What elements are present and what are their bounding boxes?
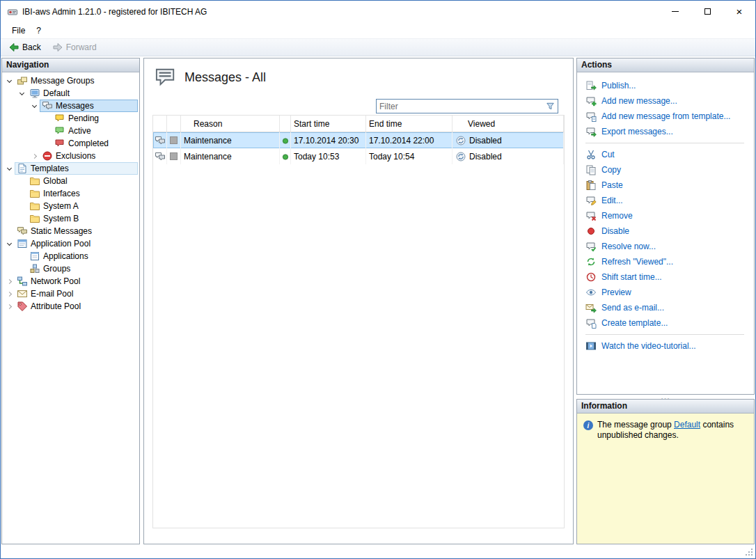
action-add-new-message[interactable]: Add new message... (585, 93, 750, 109)
column-header-col-0 (153, 116, 167, 132)
tree-item-e-mail-pool[interactable]: E-mail Pool (2, 288, 139, 300)
expand-chevron-icon[interactable] (29, 150, 40, 162)
tree-item-applications[interactable]: Applications (2, 250, 139, 262)
maximize-icon (704, 8, 711, 15)
action-add-new-message-from-template[interactable]: Add new message from template... (585, 109, 750, 124)
collapse-chevron-icon[interactable] (29, 100, 40, 111)
back-arrow-icon (8, 42, 19, 53)
collapse-chevron-icon[interactable] (3, 163, 15, 174)
cell-reason: Maintenance (181, 148, 280, 164)
column-header-start-time[interactable]: Start time (291, 116, 366, 132)
close-icon: × (737, 6, 743, 17)
tree-item-groups[interactable]: Groups (2, 262, 139, 275)
publish-icon (585, 80, 597, 91)
forward-button[interactable]: Forward (47, 40, 102, 54)
copy-icon (585, 164, 597, 175)
viewed-disabled-icon (455, 151, 466, 162)
tree-item-static-messages[interactable]: Static Messages (2, 225, 139, 237)
collapse-chevron-icon[interactable] (16, 88, 27, 99)
pending-icon (54, 113, 65, 124)
create-template-icon (585, 317, 597, 329)
action-remove[interactable]: Remove (585, 208, 750, 223)
add-message-icon (585, 95, 597, 107)
message-row[interactable]: Maintenance17.10.2014 20:3017.10.2014 22… (153, 132, 564, 148)
workspace: Navigation Message GroupsDefaultMessages… (1, 56, 755, 558)
tree-item-default[interactable]: Default (2, 87, 139, 100)
filter-funnel-icon[interactable] (545, 101, 558, 111)
action-resolve-now[interactable]: Resolve now... (585, 239, 750, 254)
message-groups-icon (17, 75, 28, 86)
menu-file[interactable]: File (6, 24, 31, 38)
action-preview[interactable]: Preview (585, 285, 750, 300)
action-shift-start-time[interactable]: Shift start time... (585, 269, 750, 285)
tree-item-completed[interactable]: Completed (2, 137, 139, 150)
message-row[interactable]: MaintenanceToday 10:53Today 10:54Disable… (153, 148, 564, 164)
tree-item-templates[interactable]: Templates (2, 162, 139, 175)
close-button[interactable]: × (723, 1, 755, 22)
tree-item-message-groups[interactable]: Message Groups (2, 74, 139, 87)
tree-item-global[interactable]: Global (2, 175, 139, 187)
information-panel-header: Information (577, 400, 754, 414)
minimize-button[interactable] (659, 1, 691, 22)
folder-icon (29, 175, 40, 187)
action-refresh-viewed[interactable]: Refresh "Viewed"... (585, 254, 750, 269)
navigation-panel-header: Navigation (2, 58, 139, 72)
action-paste[interactable]: Paste (585, 178, 750, 193)
tree-item-system-a[interactable]: System A (2, 200, 139, 212)
cell-viewed: Disabled (452, 148, 564, 164)
action-watch-the-video-tutorial[interactable]: Watch the video-tutorial... (585, 338, 750, 354)
filter-input[interactable] (377, 100, 545, 113)
collapse-chevron-icon[interactable] (3, 75, 15, 86)
refresh-viewed-icon (585, 256, 597, 267)
information-text: The message group Default contains unpub… (597, 420, 741, 537)
column-header-reason[interactable]: Reason (181, 116, 280, 132)
templates-icon (17, 163, 28, 174)
window-controls: × (659, 1, 755, 22)
email-pool-icon (17, 288, 28, 299)
action-edit[interactable]: Edit... (585, 193, 750, 208)
collapse-chevron-icon[interactable] (3, 238, 15, 249)
minimize-icon (672, 11, 679, 12)
forward-arrow-icon (52, 42, 63, 53)
expand-chevron-icon[interactable] (3, 301, 15, 312)
expand-chevron-icon[interactable] (3, 276, 15, 287)
disable-icon (585, 226, 597, 237)
screenshot-thumbnail-icon (170, 136, 178, 144)
action-copy[interactable]: Copy (585, 162, 750, 178)
action-export-messages[interactable]: Export messages... (585, 124, 750, 139)
action-send-as-e-mail[interactable]: Send as e-mail... (585, 300, 750, 315)
remove-icon (585, 210, 597, 221)
tree-item-exclusions[interactable]: Exclusions (2, 150, 139, 162)
menu-bar: File? (1, 22, 755, 38)
default-group-icon (29, 88, 40, 99)
action-publish[interactable]: Publish... (585, 78, 750, 93)
tree-item-system-b[interactable]: System B (2, 212, 139, 225)
messages-table: ReasonStart timeEnd timeViewed Maintenan… (152, 115, 565, 528)
cell-status (280, 148, 291, 164)
tree-item-pending[interactable]: Pending (2, 112, 139, 125)
tree-item-network-pool[interactable]: Network Pool (2, 275, 139, 288)
expand-chevron-icon[interactable] (3, 288, 15, 299)
back-button[interactable]: Back (3, 40, 46, 54)
action-create-template[interactable]: Create template... (585, 315, 750, 331)
maximize-button[interactable] (691, 1, 723, 22)
action-disable[interactable]: Disable (585, 223, 750, 239)
column-header-col-1 (167, 116, 181, 132)
column-header-viewed[interactable]: Viewed (452, 116, 564, 132)
cell-start-time: 17.10.2014 20:30 (291, 132, 366, 148)
menu-help[interactable]: ? (31, 24, 47, 38)
tree-item-interfaces[interactable]: Interfaces (2, 187, 139, 200)
action-cut[interactable]: Cut (585, 147, 750, 162)
tree-item-active[interactable]: Active (2, 125, 139, 137)
cell-end-time: 17.10.2014 22:00 (366, 132, 452, 148)
actions-panel: Actions Publish...Add new message...Add … (576, 58, 755, 395)
column-header-end-time[interactable]: End time (366, 116, 452, 132)
default-group-link[interactable]: Default (674, 420, 700, 430)
info-icon: i (583, 420, 593, 430)
panel-splitter[interactable]: … (576, 393, 755, 399)
tree-item-messages[interactable]: Messages (2, 100, 139, 112)
tree-item-attribute-pool[interactable]: Attribute Pool (2, 300, 139, 313)
resize-grip-icon[interactable] (745, 548, 753, 556)
cell-thumbnail (167, 148, 181, 164)
tree-item-application-pool[interactable]: Application Pool (2, 237, 139, 250)
